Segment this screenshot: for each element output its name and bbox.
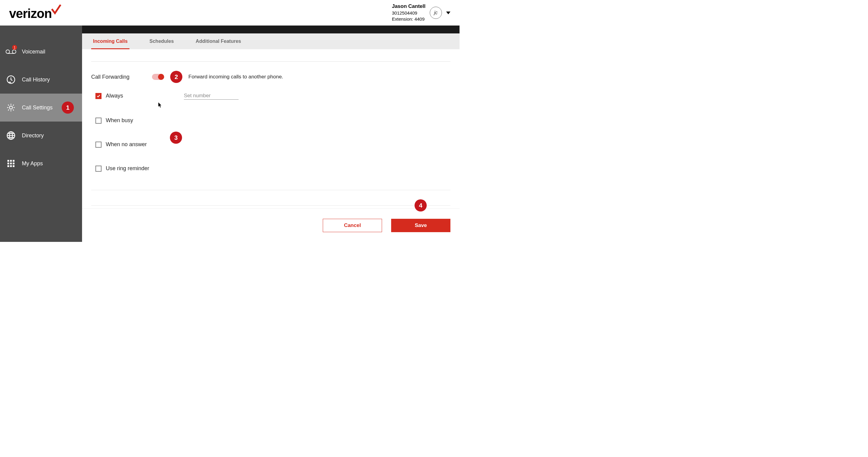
svg-rect-20 [10, 163, 12, 164]
avatar-initials: jc [434, 10, 438, 15]
svg-rect-17 [10, 160, 12, 162]
option-label: When no answer [106, 141, 147, 148]
sidebar-item-my-apps[interactable]: My Apps [0, 150, 82, 177]
svg-rect-19 [7, 163, 9, 164]
svg-rect-21 [13, 163, 14, 164]
option-label: Use ring reminder [106, 165, 149, 172]
call-forwarding-description: Forward incoming calls to another phone. [188, 74, 283, 80]
call-forwarding-toggle[interactable] [152, 74, 164, 80]
svg-rect-18 [13, 160, 14, 162]
user-block[interactable]: Jason Cantell 3012504409 Extension: 4409… [392, 3, 451, 22]
cursor-icon [158, 102, 162, 108]
sidebar-item-voicemail[interactable]: 1 Voicemail [0, 38, 82, 66]
sidebar: 1 Voicemail Call History Call Settings 1… [0, 26, 82, 242]
call-forwarding-options: Always When busy When [95, 92, 451, 172]
sidebar-item-label: Voicemail [22, 48, 45, 55]
svg-rect-16 [7, 160, 9, 162]
option-row-when-no-answer: When no answer [95, 141, 451, 148]
main: Incoming Calls Schedules Additional Feat… [82, 26, 460, 242]
svg-line-12 [13, 105, 14, 106]
apps-grid-icon [5, 158, 17, 169]
user-info: Jason Cantell 3012504409 Extension: 4409 [392, 3, 426, 22]
sidebar-item-label: My Apps [22, 160, 43, 167]
user-name: Jason Cantell [392, 3, 426, 10]
svg-point-0 [6, 50, 10, 54]
tabbar: Incoming Calls Schedules Additional Feat… [82, 33, 460, 49]
voicemail-badge: 1 [12, 45, 17, 50]
option-row-always: Always [95, 92, 451, 100]
option-label: When busy [106, 117, 133, 124]
tab-additional-features[interactable]: Additional Features [194, 33, 243, 49]
globe-icon [5, 130, 17, 141]
sidebar-item-call-settings[interactable]: Call Settings 1 [0, 94, 82, 122]
checkbox-ring-reminder[interactable] [95, 166, 101, 172]
brand-name: verizon [9, 6, 52, 21]
call-history-icon [5, 74, 17, 85]
user-phone: 3012504409 [392, 10, 426, 16]
dark-strip [82, 26, 460, 33]
tab-label: Schedules [150, 39, 174, 44]
user-extension: Extension: 4409 [392, 16, 426, 22]
sidebar-item-label: Call History [22, 76, 50, 83]
divider [91, 61, 451, 62]
gear-icon [5, 102, 17, 113]
sidebar-item-label: Directory [22, 132, 44, 139]
call-forwarding-row: Call Forwarding 2 Forward incoming calls… [91, 71, 451, 83]
chevron-down-icon[interactable] [446, 11, 451, 14]
save-button[interactable]: Save [391, 219, 451, 232]
callout-3: 3 [170, 132, 182, 144]
brand-logo: verizon [9, 5, 61, 21]
header: verizon Jason Cantell 3012504409 Extensi… [0, 0, 460, 26]
tab-label: Additional Features [196, 39, 241, 44]
checkbox-always[interactable] [95, 93, 101, 99]
button-label: Save [415, 222, 427, 228]
option-row-when-busy: When busy [95, 117, 451, 124]
svg-line-9 [8, 105, 9, 106]
option-row-ring-reminder: Use ring reminder [95, 165, 451, 172]
svg-point-4 [9, 106, 12, 109]
set-number-input[interactable] [184, 92, 239, 100]
svg-line-11 [8, 110, 9, 110]
call-forwarding-title: Call Forwarding [91, 74, 146, 80]
tab-label: Incoming Calls [93, 39, 128, 44]
button-label: Cancel [344, 222, 361, 228]
checkbox-when-busy[interactable] [95, 118, 101, 124]
content: Call Forwarding 2 Forward incoming calls… [82, 49, 460, 242]
checkbox-when-no-answer[interactable] [95, 141, 101, 148]
tab-schedules[interactable]: Schedules [148, 33, 176, 49]
callout-4-overlay: 4 [414, 199, 427, 211]
cancel-button[interactable]: Cancel [323, 219, 382, 232]
svg-rect-24 [13, 165, 14, 167]
avatar[interactable]: jc [430, 7, 442, 19]
callout-2: 2 [170, 71, 182, 83]
svg-line-10 [13, 110, 14, 110]
callout-1: 1 [62, 101, 74, 113]
sidebar-item-label: Call Settings [22, 104, 53, 111]
footer-bar: 4 Cancel Save [82, 208, 460, 242]
tab-incoming-calls[interactable]: Incoming Calls [91, 33, 129, 49]
verizon-check-icon [51, 5, 61, 15]
svg-rect-22 [7, 165, 9, 167]
sidebar-item-call-history[interactable]: Call History [0, 66, 82, 94]
sidebar-item-directory[interactable]: Directory [0, 122, 82, 150]
svg-rect-23 [10, 165, 12, 167]
svg-point-1 [12, 50, 16, 54]
option-label: Always [106, 93, 123, 99]
